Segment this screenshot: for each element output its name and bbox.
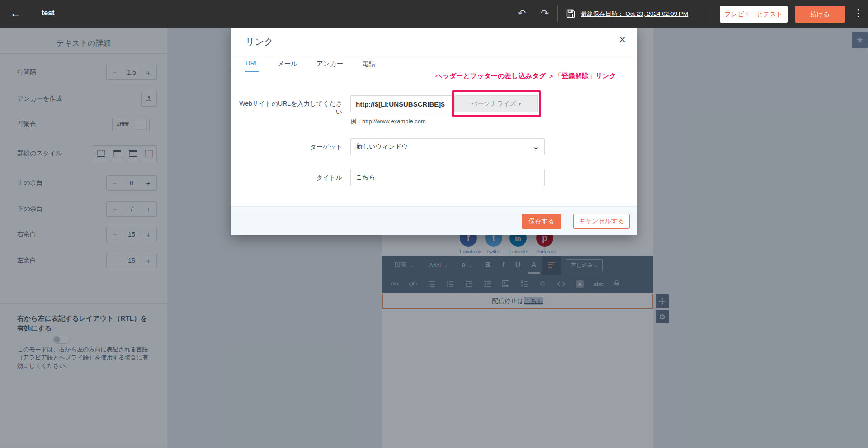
- link-modal: リンク ✕ URL メール アンカー 電話 ヘッダーとフッターの差し込みタグ ＞…: [231, 27, 637, 235]
- modal-header: リンク ✕: [231, 27, 637, 55]
- kebab-menu-icon[interactable]: ⋮: [854, 8, 863, 19]
- url-example-text: 例：http://www.example.com: [350, 117, 426, 126]
- tab-phone[interactable]: 電話: [362, 55, 375, 72]
- last-saved-timestamp[interactable]: 最終保存日時： Oct 23, 2024 02:09 PM: [581, 10, 688, 18]
- link-title-input[interactable]: [350, 169, 545, 186]
- target-select[interactable]: 新しいウィンドウ ⌄: [350, 138, 545, 155]
- save-disk-icon: [566, 9, 575, 18]
- personalize-label: パーソナライズ: [471, 100, 516, 107]
- document-title: test: [42, 9, 54, 17]
- tab-url[interactable]: URL: [245, 55, 259, 72]
- continue-button[interactable]: 続ける: [795, 6, 845, 23]
- modal-footer: 保存する キャンセルする: [231, 206, 637, 235]
- email-editor-app: テキストの詳細 行間隔 − 1.5 + アンカーを作成 ⚓ 背景色 #fffff…: [0, 0, 868, 448]
- cancel-button[interactable]: キャンセルする: [573, 214, 630, 229]
- save-button[interactable]: 保存する: [522, 214, 561, 229]
- divider: [709, 6, 709, 22]
- close-icon[interactable]: ✕: [619, 35, 626, 45]
- divider: [557, 6, 558, 22]
- modal-title: リンク: [245, 36, 273, 48]
- target-selected-value: 新しいウィンドウ: [356, 143, 408, 151]
- undo-icon[interactable]: ↶: [518, 8, 526, 19]
- tab-anchor[interactable]: アンカー: [316, 55, 343, 72]
- url-field-label: WebサイトのURLを入力してください: [234, 100, 342, 116]
- redo-icon[interactable]: ↷: [541, 8, 549, 19]
- title-field-label: タイトル: [234, 174, 342, 182]
- back-arrow-icon[interactable]: ←: [10, 6, 22, 20]
- chevron-down-icon: ⌄: [532, 143, 540, 151]
- topbar: ← test ↶ ↷ 最終保存日時： Oct 23, 2024 02:09 PM…: [0, 0, 868, 28]
- caret-down-icon: ▾: [519, 102, 521, 107]
- preview-test-button[interactable]: プレビューとテスト: [720, 6, 788, 23]
- url-input[interactable]: [350, 95, 455, 112]
- tab-email[interactable]: メール: [278, 55, 297, 72]
- target-field-label: ターゲット: [234, 143, 342, 151]
- personalize-dropdown-button[interactable]: パーソナライズ▾: [455, 95, 538, 112]
- modal-tabs: URL メール アンカー 電話: [231, 55, 637, 72]
- tutorial-annotation-text: ヘッダーとフッターの差し込みタグ ＞「登録解除」リンク: [436, 72, 616, 80]
